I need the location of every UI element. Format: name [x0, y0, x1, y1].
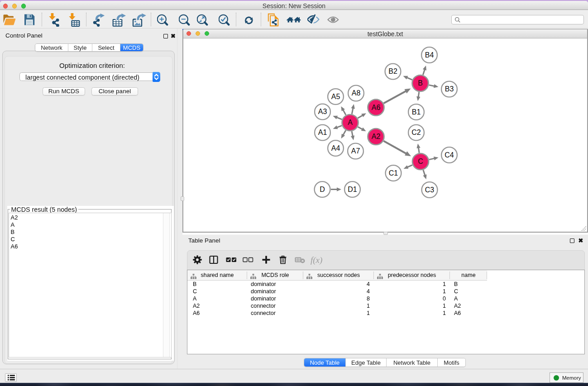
result-scrollbar[interactable]: [163, 213, 170, 357]
cell-MCDS-role: dominator: [251, 295, 276, 302]
open-session-button[interactable]: [3, 13, 16, 29]
apply-layout-button[interactable]: [244, 13, 255, 29]
tab-network-table[interactable]: Network Table: [387, 358, 438, 367]
dropdown-value: largest connected component (directed): [25, 74, 139, 81]
tab-mcds[interactable]: MCDS: [120, 44, 143, 51]
zoom-in-button[interactable]: [157, 13, 170, 29]
cell-name: A: [454, 295, 458, 302]
graph-node-C[interactable]: C: [412, 153, 429, 170]
cell-successor-nodes: 1: [303, 310, 370, 317]
houses-icon-svg: [287, 13, 301, 27]
graph-node-B[interactable]: B: [412, 75, 429, 91]
mcds-result-item[interactable]: A: [11, 221, 18, 229]
graph-node-B3[interactable]: B3: [441, 81, 457, 97]
table-delete-icon-svg: [295, 255, 306, 264]
delete-columns-button[interactable]: [278, 255, 287, 266]
optimization-criterion-dropdown[interactable]: largest connected component (directed): [19, 72, 160, 81]
mcds-result-item[interactable]: B: [11, 229, 18, 236]
graph-node-C2[interactable]: C2: [408, 124, 424, 140]
control-panel-float-button[interactable]: [163, 34, 168, 38]
mcds-result-item[interactable]: A6: [11, 243, 18, 250]
graph-node-A4[interactable]: A4: [328, 140, 344, 156]
close-panel-button[interactable]: Close panel: [91, 87, 138, 95]
save-session-button[interactable]: [24, 13, 36, 29]
graph-node-B2[interactable]: B2: [385, 63, 401, 79]
mcds-result-item[interactable]: C: [11, 236, 18, 243]
graph-node-C3[interactable]: C3: [422, 182, 438, 198]
select-all-columns-button[interactable]: [226, 255, 237, 266]
network-window-titlebar[interactable]: testGlobe.txt: [183, 29, 587, 38]
eye-icon: [327, 20, 339, 28]
tab-node-table[interactable]: Node Table: [304, 358, 346, 367]
network-left-handle[interactable]: [181, 196, 184, 201]
task-history-button[interactable]: [5, 373, 17, 382]
show-all-button[interactable]: [327, 13, 339, 29]
panel-divider[interactable]: [177, 29, 177, 369]
column-header-MCDS-role[interactable]: MCDS role: [247, 270, 303, 281]
mcds-result-list[interactable]: A2ABCA6: [9, 213, 172, 357]
search-input[interactable]: [463, 16, 580, 24]
memory-button[interactable]: Memory: [550, 372, 583, 383]
svg-text:C: C: [418, 157, 423, 165]
unselect-all-columns-button[interactable]: [243, 255, 253, 266]
graph-node-C4[interactable]: C4: [441, 147, 457, 163]
clone-network-icon-svg: [268, 13, 279, 27]
tab-select[interactable]: Select: [92, 44, 120, 51]
hide-selected-button[interactable]: [307, 13, 320, 29]
svg-text:C1: C1: [389, 169, 398, 176]
toolbar-separator: [151, 13, 151, 26]
column-header-predecessor-nodes[interactable]: predecessor nodes: [374, 270, 450, 281]
floppy-icon-svg: [24, 13, 36, 27]
graph-node-A2[interactable]: A2: [368, 129, 384, 145]
zoom-fit-button[interactable]: [197, 13, 210, 29]
graph-node-A8[interactable]: A8: [348, 85, 364, 101]
graph-node-B4[interactable]: B4: [421, 47, 437, 63]
export-image-button[interactable]: [132, 13, 147, 29]
import-table-button[interactable]: [69, 13, 81, 29]
export-network-button[interactable]: [93, 13, 105, 29]
column-header-name[interactable]: name: [450, 270, 487, 281]
network-canvas[interactable]: B4B2BB3A8A5A6A3B1AC2A1A2A4A7C4CC1C3DD1: [183, 39, 587, 232]
table-options-button[interactable]: [193, 255, 202, 266]
tab-edge-table[interactable]: Edge Table: [346, 358, 387, 367]
import-network-icon-svg: [49, 13, 61, 27]
svg-text:A: A: [348, 119, 353, 126]
clone-network-button[interactable]: [268, 13, 279, 29]
table-panel-float-button[interactable]: [570, 238, 574, 243]
export-table-button[interactable]: [112, 13, 127, 29]
column-header-shared-name[interactable]: shared name: [187, 270, 247, 281]
refresh-icon: [244, 20, 255, 28]
export-network-icon: [93, 20, 105, 28]
network-bottom-handle[interactable]: [383, 232, 388, 235]
create-new-column-button[interactable]: [262, 255, 271, 266]
tab-motifs[interactable]: Motifs: [438, 358, 465, 367]
cell-MCDS-role: dominator: [251, 288, 276, 295]
window-resize-grip[interactable]: [581, 225, 587, 231]
mcds-result-item[interactable]: A2: [11, 214, 18, 221]
graph-node-D[interactable]: D: [315, 181, 330, 197]
tab-network[interactable]: Network: [35, 44, 68, 51]
table-panel-close-button[interactable]: ✖: [578, 238, 583, 243]
graph-node-A6[interactable]: A6: [368, 99, 384, 115]
first-neighbors-button[interactable]: [287, 13, 301, 29]
graph-node-D1[interactable]: D1: [344, 181, 360, 197]
graph-node-A1[interactable]: A1: [315, 124, 330, 140]
graph-node-A[interactable]: A: [342, 114, 359, 131]
search-field[interactable]: [451, 15, 584, 24]
graph-node-A5[interactable]: A5: [328, 89, 344, 105]
zoom-selected-button[interactable]: [219, 13, 231, 29]
graph-node-A7[interactable]: A7: [348, 143, 363, 159]
show-column-panel-button[interactable]: [209, 255, 218, 266]
run-mcds-button[interactable]: Run MCDS: [43, 87, 85, 95]
column-header-successor-nodes[interactable]: successor nodes: [303, 270, 374, 281]
control-panel-close-button[interactable]: ✖: [171, 34, 176, 38]
import-network-button[interactable]: [49, 13, 61, 29]
tab-style[interactable]: Style: [68, 44, 92, 51]
edge-A-A2: [358, 127, 363, 129]
edge-B-B3: [429, 85, 435, 86]
zoom-out-button[interactable]: [179, 13, 191, 29]
graph-node-A3[interactable]: A3: [315, 104, 330, 119]
graph-node-C1[interactable]: C1: [386, 165, 402, 181]
svg-text:A3: A3: [318, 108, 327, 115]
graph-node-B1[interactable]: B1: [408, 104, 424, 120]
